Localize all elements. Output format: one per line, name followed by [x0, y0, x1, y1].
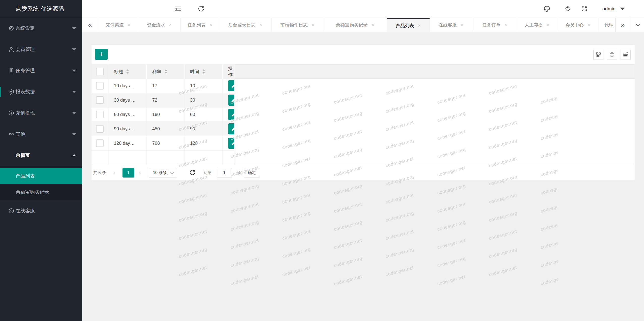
chevron-down-icon — [635, 22, 641, 28]
chevron-down-icon — [620, 8, 625, 10]
tab-item[interactable]: 充值渠道× — [98, 18, 138, 32]
tab-label: 产品列表 — [396, 23, 414, 29]
row-checkbox[interactable] — [96, 82, 104, 90]
close-icon[interactable]: × — [260, 22, 262, 27]
watermark-text: codesger.net — [385, 265, 414, 278]
sort-asc-icon — [164, 69, 167, 71]
empty-cell — [91, 151, 108, 165]
edit-button[interactable] — [228, 95, 234, 106]
refresh-icon[interactable] — [194, 0, 208, 18]
data-table: 10 days …171030 days …723060 days …18060… — [91, 79, 234, 165]
edit-button[interactable] — [228, 80, 234, 91]
tab-item[interactable]: 后台登录日志× — [219, 18, 271, 32]
watermark-text: codesger.org — [385, 210, 415, 223]
close-icon[interactable]: × — [547, 22, 549, 27]
sort-icon[interactable] — [126, 69, 129, 74]
sidebar-item[interactable]: 系统设定 — [0, 18, 82, 39]
export-icon[interactable] — [621, 50, 631, 60]
row-checkbox[interactable] — [96, 111, 104, 118]
actions-cell — [223, 93, 234, 107]
sort-icon[interactable] — [202, 69, 205, 74]
current-page-button[interactable]: 1 — [122, 168, 134, 178]
fullscreen-icon[interactable] — [578, 0, 591, 18]
watermark-text: codesger.org — [178, 247, 208, 259]
document-icon — [8, 67, 15, 74]
tab-active[interactable]: 产品列表× — [387, 18, 430, 32]
goto-page-input[interactable]: 1 — [217, 168, 232, 178]
close-icon[interactable]: × — [128, 22, 130, 27]
close-icon[interactable]: × — [210, 22, 212, 27]
tab-item[interactable]: 余额宝购买记录× — [323, 18, 387, 32]
tab-item[interactable]: 人工存提× — [517, 18, 557, 32]
tab-item[interactable]: 代理 — [599, 18, 616, 32]
watermark-text: codesger.net — [282, 192, 311, 205]
tab-item[interactable]: 任务列表× — [181, 18, 219, 32]
sidebar-item[interactable]: 其他 — [0, 124, 82, 145]
topbar: admin — [82, 0, 644, 18]
table-cell: 60 — [185, 107, 223, 122]
sort-desc-icon — [126, 72, 129, 74]
table-cell: 10 — [185, 79, 223, 93]
actions-cell — [223, 107, 234, 122]
sort-asc-icon — [202, 69, 205, 71]
empty-cell — [108, 151, 147, 165]
edit-button[interactable] — [228, 123, 234, 134]
total-count-label: 共 5 条 — [93, 165, 106, 180]
row-select-cell — [91, 107, 108, 122]
print-icon[interactable] — [607, 50, 617, 60]
sort-icon[interactable] — [164, 69, 167, 74]
page-size-select[interactable]: 10 条/页 — [149, 168, 177, 178]
edit-button[interactable] — [228, 138, 234, 149]
add-product-button[interactable]: + — [95, 49, 108, 60]
close-icon[interactable]: × — [169, 22, 172, 27]
tabs-scroll-right-button[interactable]: » — [616, 18, 630, 32]
next-page-button[interactable]: › — [139, 165, 141, 180]
tab-item[interactable]: 前端操作日志× — [271, 18, 323, 32]
sidebar-group-yuebao[interactable]: 余额宝 — [0, 145, 82, 166]
table-row: 120 day…708120 — [91, 136, 234, 151]
watermark-text: codesger.net — [333, 238, 363, 250]
sidebar-item[interactable]: 任务管理 — [0, 60, 82, 81]
tab-item[interactable]: 在线客服× — [430, 18, 472, 32]
tabs-menu-button[interactable] — [630, 18, 644, 32]
user-menu[interactable]: admin — [602, 0, 625, 18]
sidebar-item[interactable]: 充值提现 — [0, 102, 82, 124]
sidebar-item[interactable]: 报表数据 — [0, 81, 82, 102]
close-icon[interactable]: × — [418, 23, 421, 28]
close-icon[interactable]: × — [372, 22, 374, 27]
row-checkbox[interactable] — [96, 125, 104, 133]
sidebar-subitem[interactable]: 产品列表 — [0, 168, 82, 184]
sidebar-item-online-service[interactable]: 在线客服 — [0, 200, 82, 221]
select-all-checkbox[interactable] — [96, 68, 104, 75]
tab-label: 会员中心 — [566, 22, 584, 28]
columns-icon[interactable] — [593, 50, 603, 60]
sidebar-item[interactable]: 会员管理 — [0, 39, 82, 60]
close-icon[interactable]: × — [312, 22, 314, 27]
sidebar-subitem[interactable]: 余额宝购买记录 — [0, 184, 82, 200]
tab-item[interactable]: 任务订单× — [472, 18, 517, 32]
edit-button[interactable] — [228, 109, 234, 120]
watermark-text: codesger.net — [385, 192, 414, 205]
pagination-refresh-icon[interactable] — [189, 169, 196, 177]
tabs-scroll-left-button[interactable]: « — [82, 18, 98, 32]
close-icon[interactable]: × — [588, 22, 590, 27]
tab-item[interactable]: 会员中心× — [557, 18, 599, 32]
tag-icon[interactable] — [561, 0, 574, 18]
tab-label: 任务订单 — [482, 22, 501, 28]
confirm-button[interactable]: 确定 — [244, 168, 260, 178]
table-cell: 180 — [147, 107, 185, 122]
palette-icon[interactable] — [540, 0, 554, 18]
close-icon[interactable]: × — [505, 22, 507, 27]
row-checkbox[interactable] — [96, 139, 104, 147]
column-label: 时间 — [190, 69, 199, 75]
tab-label: 人工存提 — [525, 22, 543, 28]
sidebar: 点赞系统-优选源码 系统设定会员管理任务管理报表数据充值提现其他 余额宝 产品列… — [0, 0, 82, 321]
row-checkbox[interactable] — [96, 96, 104, 104]
prev-page-button[interactable]: ‹ — [113, 165, 115, 180]
row-select-cell — [91, 79, 108, 93]
close-icon[interactable]: × — [461, 22, 463, 27]
pagination: 共 5 条 ‹ 1 › 10 条/页 到第 1 页 确定 — [91, 165, 635, 180]
row-select-cell — [91, 93, 108, 107]
collapse-sidebar-icon[interactable] — [171, 0, 185, 18]
tab-item[interactable]: 资金流水× — [138, 18, 181, 32]
